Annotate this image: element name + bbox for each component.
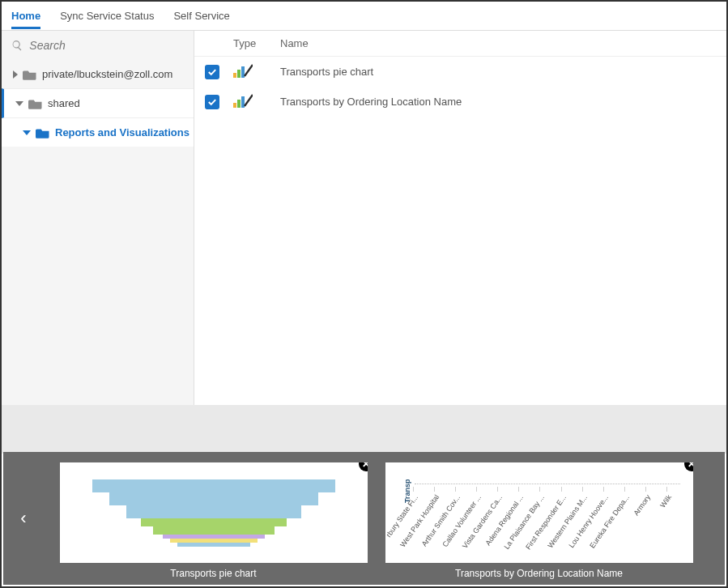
sidebar: private/lbuckstein@zoll.com shared Repor… [2,31,194,405]
svg-rect-1 [237,70,241,78]
main-area: private/lbuckstein@zoll.com shared Repor… [2,31,726,405]
svg-rect-0 [233,73,236,78]
tree-item-shared[interactable]: shared [2,88,194,118]
tree-label-private: private/lbuckstein@zoll.com [42,68,172,80]
funnel-band [92,479,335,492]
funnel-band [153,526,275,535]
table-row[interactable]: Transports pie chart [194,57,726,87]
content-header: Type Name [194,31,726,57]
funnel-band [126,505,301,518]
visualization-icon [233,63,253,78]
card-caption: Transports by Ordering Location Name [455,568,623,579]
preview-card-ordering[interactable]: ✕ Transp rbury State Fi...West Park Hosp… [385,462,693,563]
svg-rect-3 [233,103,236,108]
folder-icon [28,98,43,109]
svg-rect-5 [241,96,245,108]
close-icon[interactable]: ✕ [684,462,693,471]
folder-tree: private/lbuckstein@zoll.com shared Repor… [2,60,194,147]
chevron-right-icon [13,70,18,79]
table-row[interactable]: Transports by Ordering Location Name [194,87,726,117]
header-name[interactable]: Name [277,37,726,49]
preview-card-funnel[interactable]: ✕ [60,462,368,563]
tree-label-reports: Reports and Visualizations [55,126,189,138]
funnel-chart [68,467,360,558]
preview-carousel: ‹ ✕ Transports pie chart ✕ Transp rbury … [3,452,725,585]
tab-self-service[interactable]: Self Service [173,3,229,28]
close-icon[interactable]: ✕ [359,462,368,471]
carousel-cards: ✕ Transports pie chart ✕ Transp rbury St… [36,458,717,579]
folder-icon [36,127,50,138]
funnel-band [109,492,318,505]
tab-sync-service-status[interactable]: Sync Service Status [60,3,154,28]
visualization-icon [233,93,253,108]
svg-rect-2 [241,66,245,78]
row-name: Transports by Ordering Location Name [277,96,726,108]
row-checkbox[interactable] [205,65,219,79]
funnel-band [141,518,287,526]
tree-item-private[interactable]: private/lbuckstein@zoll.com [2,60,194,88]
card-wrap: ✕ Transports pie chart [60,462,368,579]
funnel-band [177,543,250,547]
tab-home[interactable]: Home [11,3,40,29]
search-input[interactable] [29,39,184,52]
top-tabs: Home Sync Service Status Self Service [2,2,726,31]
chart-ticks: rbury State Fi...West Park HospitalArthu… [408,487,685,558]
search-row [2,31,194,60]
chevron-down-icon [23,130,31,135]
header-type[interactable]: Type [230,37,277,49]
tree-label-shared: shared [48,97,80,109]
card-caption: Transports pie chart [170,568,256,579]
search-icon [11,39,23,52]
folder-icon [23,69,37,80]
svg-rect-4 [237,100,241,108]
card-wrap: ✕ Transp rbury State Fi...West Park Hosp… [385,462,693,579]
row-name: Transports pie chart [277,66,726,78]
divider-gap [2,405,726,454]
chevron-down-icon [15,101,23,106]
tree-item-reports[interactable]: Reports and Visualizations [2,118,194,147]
carousel-prev-button[interactable]: ‹ [11,508,36,529]
content-list: Type Name Transports pie cha [194,31,726,405]
ordering-chart: Transp rbury State Fi...West Park Hospit… [394,467,685,558]
chart-axis [415,484,680,484]
row-checkbox[interactable] [205,95,219,109]
